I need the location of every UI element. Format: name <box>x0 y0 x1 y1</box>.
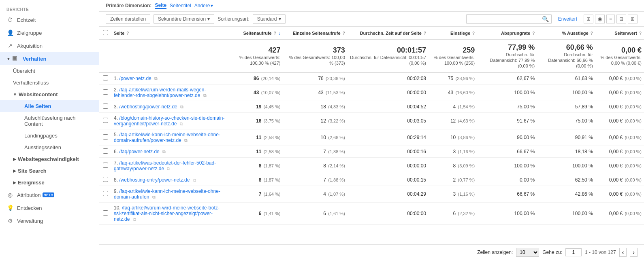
copy-icon[interactable]: ⧉ <box>193 178 196 182</box>
row-checkbox[interactable] <box>103 191 108 196</box>
header-ausstiege: % Ausstiege ? <box>537 27 595 40</box>
cell-einstiege: 12 (4,63 %) <box>429 113 477 129</box>
page-link[interactable]: /power-netz.de <box>119 76 151 81</box>
dim-seite-link[interactable]: Seite <box>155 2 166 9</box>
copy-icon[interactable]: ⧉ <box>152 194 156 199</box>
sidebar-item-echtzeit[interactable]: ⏱ Echtzeit <box>0 13 99 26</box>
row-checkbox[interactable] <box>103 177 108 182</box>
sidebar-item-verhaltensfluss[interactable]: Verhaltensfluss <box>0 77 99 89</box>
page-link[interactable]: /faq/power-netz.de <box>119 149 159 154</box>
cell-seitenaufrufe: 11 (2,58 %) <box>228 146 283 158</box>
help-icon[interactable]: ? <box>274 31 276 36</box>
zeilen-select[interactable]: 10 25 50 100 500 1000 <box>516 248 539 257</box>
row-checkbox[interactable] <box>103 104 108 109</box>
row-checkbox[interactable] <box>103 134 108 140</box>
compare-view-button[interactable]: ⊟ <box>616 15 626 23</box>
next-page-button[interactable]: › <box>630 248 638 257</box>
clock-icon: ⏱ <box>6 16 14 23</box>
select-all-checkbox[interactable] <box>103 30 108 35</box>
search-input[interactable] <box>469 16 542 22</box>
table-row: 2. /faq-artikel/warum-werden-mails-wegen… <box>99 85 644 101</box>
page-link[interactable]: /faq-artikel/warum-wird-meine-webseite-t… <box>114 205 220 222</box>
help-icon[interactable]: ? <box>532 31 535 36</box>
sidebar-item-alle-seiten[interactable]: Alle Seiten <box>0 100 99 112</box>
erweitert-link[interactable]: Erweitert <box>558 16 577 22</box>
attribution-icon: ◎ <box>6 191 14 199</box>
sidebar-item-uebersicht[interactable]: Übersicht <box>0 65 99 77</box>
sidebar-item-verhalten[interactable]: ▼ ▣ Verhalten <box>0 52 99 65</box>
dim-andere-link[interactable]: Andere ▾ <box>194 3 213 8</box>
copy-icon[interactable]: ⧉ <box>133 217 136 222</box>
arrow-right-icon: ▶ <box>13 157 16 161</box>
sidebar-item-ausstiegsseiten[interactable]: Ausstiegsseiten <box>0 142 99 153</box>
help-icon[interactable]: ? <box>472 31 475 36</box>
row-num: 5. <box>114 132 118 137</box>
help-icon[interactable]: ? <box>639 31 642 36</box>
help-icon[interactable]: ? <box>591 31 593 36</box>
cell-einstiege: 3 (1,16 %) <box>429 186 477 203</box>
cell-einzelne: 4 (1,07 %) <box>283 186 347 203</box>
copy-icon[interactable]: ⧉ <box>167 166 170 171</box>
page-link[interactable]: /faq-artikel/warum-werden-mails-wegen-fe… <box>114 87 206 98</box>
copy-icon[interactable]: ⧉ <box>180 104 183 109</box>
bar-view-button[interactable]: ≡ <box>606 15 615 23</box>
total-einstiege-sub: % des Gesamtwerts: 100,00 % (259) <box>434 55 475 66</box>
sidebar-item-attribution[interactable]: ◎ Attribution BETA <box>0 188 99 201</box>
row-checkbox[interactable] <box>103 75 108 80</box>
cell-zeit: 00:00:00 <box>348 85 429 101</box>
sidebar-item-akquisition[interactable]: ↗ Akquisition <box>0 39 99 52</box>
copy-icon[interactable]: ⧉ <box>184 138 188 143</box>
sidebar-item-site-search[interactable]: ▶ Site Search <box>0 165 99 177</box>
page-link[interactable]: /faq-artikel/wie-kann-ich-meine-webseite… <box>114 188 220 200</box>
row-checkbox[interactable] <box>103 89 108 95</box>
sortierung-dropdown[interactable]: Standard ▾ <box>253 14 286 24</box>
copy-icon[interactable]: ⧉ <box>180 121 183 126</box>
page-link[interactable]: /faq-artikel/was-bedeutet-der-fehler-502… <box>114 160 216 171</box>
page-link[interactable]: /faq-artikel/wie-kann-ich-meine-webseite… <box>114 132 220 143</box>
cell-einzelne: 18 (4,83 %) <box>283 101 347 113</box>
gehe-zu-input[interactable] <box>565 248 582 256</box>
help-icon[interactable]: ? <box>126 31 129 36</box>
sidebar-item-zielgruppe[interactable]: 👤 Zielgruppe <box>0 26 99 39</box>
help-icon[interactable]: ? <box>424 31 426 36</box>
help-icon[interactable]: ? <box>343 31 345 36</box>
row-checkbox[interactable] <box>103 148 108 154</box>
search-box[interactable]: 🔍 <box>466 14 552 24</box>
cell-absprungrate: 75,00 % <box>477 101 537 113</box>
page-link[interactable]: /blog/domain-history-so-checken-sie-die-… <box>114 115 224 127</box>
header-checkbox[interactable] <box>99 27 111 40</box>
cell-zeit: 00:02:08 <box>348 72 429 85</box>
pie-view-button[interactable]: ◉ <box>595 15 605 23</box>
cell-absprungrate: 100,00 % <box>477 203 537 225</box>
sidebar-item-landingpages[interactable]: Landingpages <box>0 130 99 142</box>
row-checkbox[interactable] <box>103 163 108 168</box>
row-checkbox[interactable] <box>103 210 108 216</box>
search-icon[interactable]: 🔍 <box>542 16 549 22</box>
prev-page-button[interactable]: ‹ <box>619 248 627 257</box>
sidebar-item-websitecontent[interactable]: ▼ Websitecontent <box>0 89 99 100</box>
grid-view-button[interactable]: ⊞ <box>584 15 593 23</box>
pivot-view-button[interactable]: ⊞ <box>628 15 638 23</box>
sidebar-item-verwaltung[interactable]: ⚙ Verwaltung <box>0 214 99 227</box>
page-link[interactable]: /webhosting/power-netz.de <box>119 104 177 110</box>
copy-icon[interactable]: ⧉ <box>154 76 158 81</box>
copy-icon[interactable]: ⧉ <box>203 93 207 98</box>
primary-dimension-bar: Primäre Dimension: Seite Seitentitel And… <box>99 0 644 12</box>
cell-zeit: 00:03:05 <box>348 113 429 129</box>
sidebar-item-websitegeschwindigkeit[interactable]: ▶ Websitegeschwindigkeit <box>0 153 99 165</box>
cell-absprungrate: 90,00 % <box>477 129 537 146</box>
sidebar-item-entdecken[interactable]: 💡 Entdecken <box>0 201 99 214</box>
sidebar-item-ereignisse[interactable]: ▶ Ereignisse <box>0 177 99 188</box>
zeilen-darstellen-button[interactable]: Zeilen darstellen <box>106 14 150 24</box>
cell-seitenaufrufe: 6 (1,41 %) <box>228 203 283 225</box>
cell-ausstiege: 100,00 % <box>537 85 595 101</box>
copy-icon[interactable]: ⧉ <box>162 149 166 154</box>
cell-seitenwert: 0,00 € (0,00 %) <box>595 72 644 85</box>
sidebar-item-aufschluesselung[interactable]: Aufschlüsselung nach Content <box>0 112 99 130</box>
row-checkbox[interactable] <box>103 118 108 123</box>
row-num: 1. <box>114 76 118 81</box>
cell-ausstiege: 62,50 % <box>537 174 595 186</box>
sekundaere-dimension-dropdown[interactable]: Sekundäre Dimension ▾ <box>154 14 214 24</box>
page-link[interactable]: /webhosting-entry/power-netz.de <box>119 177 190 183</box>
dim-seitentitel-link[interactable]: Seitentitel <box>170 3 191 8</box>
